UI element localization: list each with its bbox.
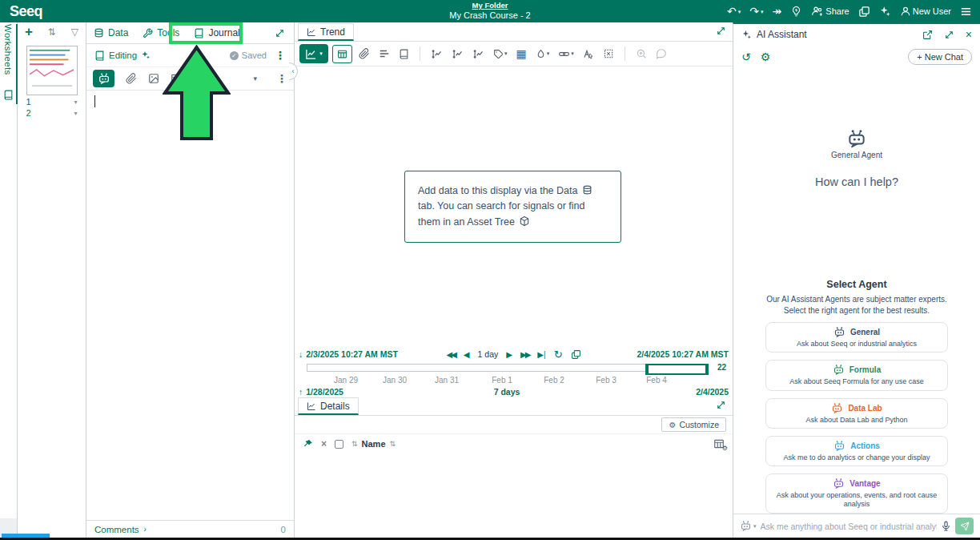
step-forward-button[interactable]: ▶ (506, 350, 512, 359)
lane-icon (431, 48, 443, 60)
range-selection[interactable] (645, 364, 709, 375)
step-back-much-button[interactable]: ◀◀ (446, 350, 455, 359)
filter-worksheets-button[interactable]: ▽ (71, 26, 78, 38)
ai-assistant-toggle[interactable] (879, 6, 891, 18)
breadcrumb[interactable]: My Folder (449, 2, 530, 10)
assistant-settings-button[interactable]: ⚙ (761, 50, 771, 63)
agent-card-formula[interactable]: Formula Ask about Seeq Formula for any u… (765, 360, 948, 390)
agent-card-actions[interactable]: Actions Ask me to do analytics or change… (765, 436, 948, 466)
investigate-range-end[interactable]: 2/4/2025 (696, 387, 729, 397)
expand-assistant-button[interactable] (944, 30, 954, 40)
annotate-button[interactable] (580, 48, 596, 59)
insert-image-button[interactable] (148, 73, 159, 84)
range-slider[interactable] (307, 364, 709, 375)
investigate-range-start[interactable]: ↑1/28/2025 (299, 387, 343, 397)
duplicate-range-icon[interactable] (571, 349, 581, 360)
chat-history-button[interactable]: ↺ (741, 50, 751, 63)
tab-trend[interactable]: Trend (298, 23, 354, 41)
display-type-button[interactable]: ▾ (299, 44, 328, 63)
name-column-header[interactable]: ⇅ Name ⇅ (351, 439, 396, 449)
worksheet-2-menu-caret[interactable]: ▾ (74, 110, 77, 117)
deselect-button[interactable] (600, 48, 617, 59)
add-worksheet-button[interactable]: + (25, 27, 33, 37)
reference-button[interactable] (396, 49, 412, 59)
open-in-new-window-button[interactable] (922, 30, 933, 40)
comments-toggle[interactable]: Comments › 0 (86, 520, 294, 538)
expand-journal-icon[interactable] (275, 28, 285, 38)
agent-card-vantage[interactable]: Vantage Ask about your operations, event… (765, 474, 948, 514)
journal-menu-kebab[interactable]: ⋮ (275, 49, 286, 62)
gridlines-button[interactable]: ▦ (514, 47, 529, 60)
worksheet-2-number: 2 (26, 108, 31, 118)
ai-compose-button[interactable] (93, 70, 114, 87)
journal-toolbar-kebab[interactable]: ⋮ (276, 72, 287, 85)
redo-button[interactable]: ↷▾ (749, 6, 763, 17)
step-forward-much-button[interactable]: ▶▶ (520, 350, 529, 359)
expand-details-icon[interactable] (716, 400, 726, 410)
undo-icon: ↶ (727, 6, 737, 17)
agent-description: Ask about Seeq or industrial analytics (770, 340, 943, 349)
display-range-start[interactable]: ↓2/3/2025 10:27 AM MST (299, 349, 398, 359)
chain-view-button[interactable] (356, 48, 372, 59)
worksheets-vertical-tab[interactable]: Worksheets (0, 24, 18, 104)
insert-table-button[interactable] (171, 73, 182, 84)
sort-icon[interactable]: ⇅ (390, 440, 396, 448)
new-chat-button[interactable]: + New Chat (908, 49, 972, 65)
journal-editor[interactable] (86, 91, 294, 520)
tab-data[interactable]: Data (94, 27, 128, 38)
hamburger-menu[interactable] (960, 6, 972, 18)
one-lane-button[interactable] (428, 48, 445, 60)
expand-trend-icon[interactable] (716, 26, 726, 36)
journal-icon (94, 50, 105, 61)
tips-button[interactable] (790, 6, 802, 18)
investigate-duration-button[interactable]: 7 days (494, 387, 520, 397)
worksheets-toolbar: + ⇅ ▽ (18, 22, 86, 39)
trend-chart-area[interactable]: Add data to this display via the Data ta… (295, 66, 733, 347)
droplet-icon (536, 49, 546, 59)
compare-view-button[interactable] (376, 48, 392, 59)
column-settings-button[interactable]: ⚙ (713, 438, 725, 449)
customize-button[interactable]: ⚙Customize (661, 417, 726, 432)
agent-selector[interactable]: ▾ (740, 520, 757, 532)
assistant-chat-input[interactable] (761, 522, 937, 531)
pin-icon[interactable] (303, 439, 313, 449)
range-duration-button[interactable]: 1 day (478, 349, 499, 359)
tab-journal[interactable]: Journal (194, 27, 239, 38)
select-all-checkbox[interactable] (335, 440, 343, 449)
gear-icon: ⚙ (722, 445, 728, 452)
editing-mode-button[interactable]: Editing (94, 50, 151, 61)
agent-card-datalab[interactable]: Data Lab Ask about Data Lab and Python (765, 398, 948, 429)
step-to-end-button[interactable]: ▶| (537, 350, 545, 359)
customize-axes-button[interactable] (470, 48, 487, 60)
step-back-button[interactable]: ◀ (464, 350, 470, 359)
tab-details[interactable]: Details (298, 397, 359, 415)
close-assistant-button[interactable]: × (966, 29, 972, 40)
dimming-button[interactable]: ▾ (533, 49, 552, 59)
display-range-end[interactable]: 2/4/2025 10:27 AM MST (637, 349, 729, 359)
redo-all-button[interactable]: ↠ (773, 6, 782, 17)
send-button[interactable] (955, 518, 974, 534)
capsule-time-button[interactable]: ▾ (556, 48, 576, 60)
user-menu[interactable]: New User (900, 6, 951, 17)
refresh-button[interactable]: ↻ (554, 349, 563, 361)
more-formatting-caret[interactable]: ▾ (253, 75, 257, 83)
sort-icon[interactable]: ⇅ (351, 440, 358, 448)
sort-worksheets-button[interactable]: ⇅ (48, 26, 56, 38)
agent-card-general[interactable]: General Ask about Seeq or industrial ana… (765, 322, 948, 353)
worksheet-1-menu-caret[interactable]: ▾ (74, 99, 77, 106)
worksheet-1-thumbnail[interactable] (26, 46, 78, 95)
insert-link-button[interactable] (126, 73, 137, 84)
table-view-button[interactable] (332, 45, 352, 63)
left-tab-strip: Worksheets (0, 22, 18, 538)
caret-down-icon: ▾ (571, 50, 574, 57)
labels-button[interactable]: ▾ (491, 49, 510, 59)
undo-button[interactable]: ↶▾ (727, 6, 741, 17)
remove-all-button[interactable]: × (321, 438, 327, 449)
windows-button[interactable] (858, 6, 870, 18)
microphone-button[interactable] (941, 521, 951, 531)
one-axis-button[interactable] (449, 48, 466, 60)
tab-tools[interactable]: Tools (143, 27, 179, 38)
user-icon (900, 6, 911, 17)
share-button[interactable]: Share (811, 5, 849, 18)
range-handle-label[interactable]: 22 (717, 363, 726, 372)
